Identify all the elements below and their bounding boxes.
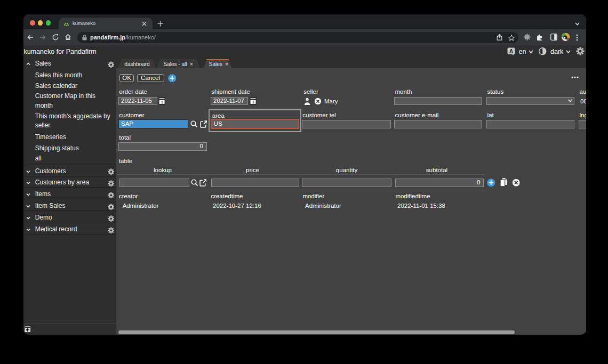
svg-text:A: A <box>509 48 513 54</box>
